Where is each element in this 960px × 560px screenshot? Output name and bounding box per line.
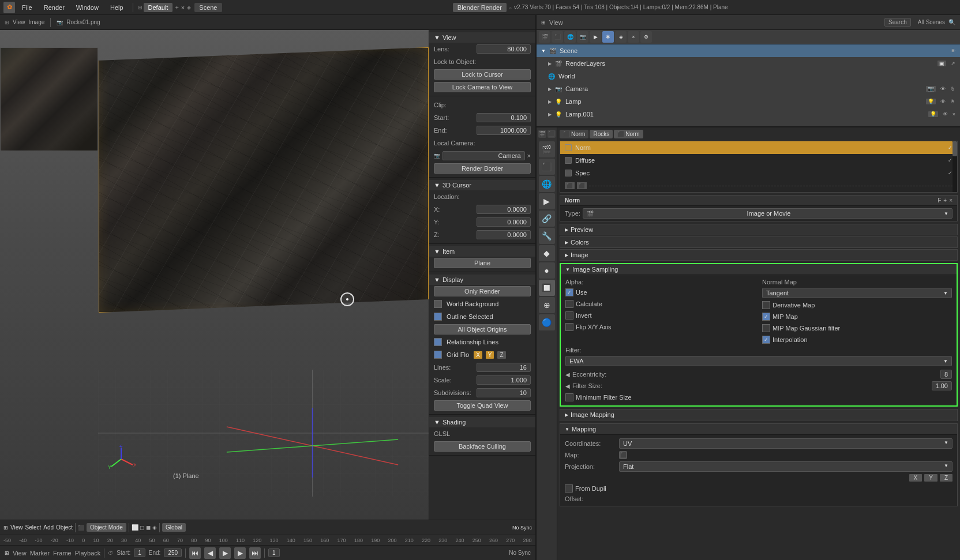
mat-tab-norm2[interactable]: ⬛ Norm <box>614 130 643 138</box>
item-name-row[interactable]: Plane <box>429 257 535 269</box>
outliner-item-renderlayers[interactable]: ▶ 🎬 RenderLayers ▣ ↗ <box>537 57 960 70</box>
end-frame-value[interactable]: 250 <box>164 548 182 557</box>
viewport-canvas[interactable]: User Persp <box>0 30 429 520</box>
current-frame[interactable]: 1 <box>268 548 280 557</box>
outline-checkbox[interactable] <box>434 313 442 321</box>
remove-slot-btn[interactable]: ⬛ <box>577 182 587 189</box>
lamp001-x[interactable]: × <box>952 111 955 117</box>
texture-name-display[interactable]: Norm <box>565 197 580 204</box>
z-btn[interactable]: Z <box>497 351 505 359</box>
outliner-cam-icon[interactable]: 📷 <box>577 31 588 43</box>
viewport-menu-icon[interactable]: ⊞ <box>5 20 9 25</box>
list-scrollbar-thumb[interactable] <box>952 141 957 156</box>
render-border-row[interactable]: Render Border <box>429 162 535 175</box>
props-scene-btn[interactable]: ⬛ <box>539 159 555 175</box>
item-name-btn[interactable]: Plane <box>434 258 531 268</box>
proj-z-btn[interactable]: Z <box>940 474 952 482</box>
select-btn[interactable]: Select <box>25 524 42 531</box>
use-checkbox[interactable]: ✓ <box>565 288 573 296</box>
derivative-checkbox[interactable] <box>762 301 770 309</box>
tangent-dropdown[interactable]: Tangent ▼ <box>762 288 952 298</box>
diffuse-check[interactable]: ✓ <box>948 157 952 163</box>
cursor-y-value[interactable]: 0.0000 <box>477 217 531 227</box>
toggle-quad-btn[interactable]: Toggle Quad View <box>434 400 531 411</box>
menu-file[interactable]: File <box>17 3 37 12</box>
texture-close-btn[interactable]: × <box>949 197 952 204</box>
list-scrollbar[interactable] <box>952 141 957 192</box>
prev-frame-btn[interactable]: ◀ <box>204 547 216 559</box>
lens-value[interactable]: 80.000 <box>477 44 531 54</box>
lamp-datablock[interactable]: 💡 <box>926 99 936 104</box>
coordinates-dropdown[interactable]: UV ▼ <box>619 438 952 449</box>
all-obj-row[interactable]: All Object Origins <box>429 323 535 336</box>
start-value[interactable]: 0.100 <box>477 113 531 122</box>
image-sampling-header[interactable]: ▼ Image Sampling <box>561 264 957 275</box>
props-physics-btn[interactable]: 🔵 <box>539 314 555 330</box>
filter-size-value[interactable]: 1.00 <box>932 381 952 390</box>
playback-btn[interactable]: Playback <box>75 550 101 557</box>
menu-render[interactable]: Render <box>39 3 69 12</box>
menu-window[interactable]: Window <box>72 3 103 12</box>
map-icon[interactable]: ⬛ <box>619 451 627 459</box>
x-btn[interactable]: X <box>474 351 482 359</box>
add-slot-btn[interactable]: ⬛ <box>565 182 575 189</box>
search-field[interactable]: Search <box>884 18 911 27</box>
mip-gaussian-checkbox[interactable] <box>762 324 770 332</box>
cam-vis[interactable]: 👁 <box>940 86 946 92</box>
view-section-header[interactable]: ▼ View <box>429 32 535 43</box>
nosync-label[interactable]: No Sync <box>509 550 531 556</box>
cursor-x-value[interactable]: 0.0000 <box>477 205 531 214</box>
blender-icon[interactable]: ✿ <box>3 2 15 13</box>
props-modifiers-btn[interactable]: 🔧 <box>539 228 555 244</box>
calculate-checkbox[interactable] <box>565 300 573 308</box>
outliner-item-lamp[interactable]: ▶ 💡 Lamp 💡 👁 🖱 <box>537 95 960 108</box>
outliner-scene-icon[interactable]: ⬛ <box>552 31 563 43</box>
mat-tab-rocks[interactable]: Rocks <box>590 130 613 138</box>
props-texture-btn[interactable]: 🔲 <box>539 280 555 296</box>
interpolation-checkbox[interactable]: ✓ <box>762 336 770 344</box>
object-btn[interactable]: Object <box>56 524 73 531</box>
next-frame-btn[interactable]: ▶ <box>234 547 246 559</box>
display-header[interactable]: ▼ Display <box>429 275 535 285</box>
spec-check[interactable]: ✓ <box>948 170 952 176</box>
rl-datablock[interactable]: ▣ <box>937 61 946 66</box>
mode-btn[interactable]: Object Mode <box>87 523 126 532</box>
cam-datablock[interactable]: 📷 <box>926 86 936 92</box>
outliner-item-world[interactable]: 🌐 World <box>537 70 960 82</box>
timeline-view-btn[interactable]: View <box>13 550 27 557</box>
add-workspace[interactable]: + <box>175 4 178 11</box>
projection-dropdown[interactable]: Flat ▼ <box>619 461 952 472</box>
flip-checkbox[interactable] <box>565 323 573 331</box>
frame-btn[interactable]: Frame <box>53 550 72 557</box>
grid-floor-checkbox[interactable] <box>434 351 442 359</box>
lamp001-vis[interactable]: 👁 <box>943 111 948 117</box>
props-world-btn[interactable]: 🌐 <box>539 176 555 192</box>
image-section[interactable]: ▶ Image <box>560 249 958 261</box>
props-particles-btn[interactable]: ⊕ <box>539 297 555 313</box>
outliner-render-icon[interactable]: 🎬 <box>539 31 550 43</box>
props-material-btn[interactable]: ● <box>539 262 555 279</box>
start-frame-value[interactable]: 1 <box>134 548 145 557</box>
texture-f-btn[interactable]: F <box>937 197 941 204</box>
menu-help[interactable]: Help <box>106 3 128 12</box>
nosync-btn[interactable]: No Sync <box>512 525 532 531</box>
backface-btn[interactable]: Backface Culling <box>434 441 531 452</box>
all-obj-btn[interactable]: All Object Origins <box>434 324 531 335</box>
only-render-row[interactable]: Only Render <box>429 285 535 298</box>
render-engine[interactable]: Blender Render <box>453 3 507 12</box>
outliner-filter-icon[interactable]: 🔍 <box>948 19 955 25</box>
relationship-checkbox[interactable] <box>434 338 442 346</box>
outliner-view-btn[interactable]: View <box>549 19 563 26</box>
norm-check[interactable]: ✓ <box>948 145 952 151</box>
outliner-item-scene[interactable]: ▼ 🎬 Scene 👁 <box>537 44 960 57</box>
lines-value[interactable]: 16 <box>477 363 531 372</box>
close-workspace[interactable]: × <box>181 4 185 11</box>
lock-camera-row[interactable]: Lock Camera to View <box>429 81 535 93</box>
eccentricity-value[interactable]: 8 <box>940 370 952 379</box>
scene-vis-icon[interactable]: 👁 <box>951 48 955 54</box>
lamp-restrict[interactable]: 🖱 <box>950 99 955 104</box>
mapping-header[interactable]: ▼ Mapping <box>560 424 957 435</box>
next-keyframe-btn[interactable]: ⏭ <box>249 547 261 559</box>
props-scene-icon2[interactable]: ⬛ <box>548 130 556 138</box>
image-menu-btn[interactable]: Image <box>29 19 45 25</box>
